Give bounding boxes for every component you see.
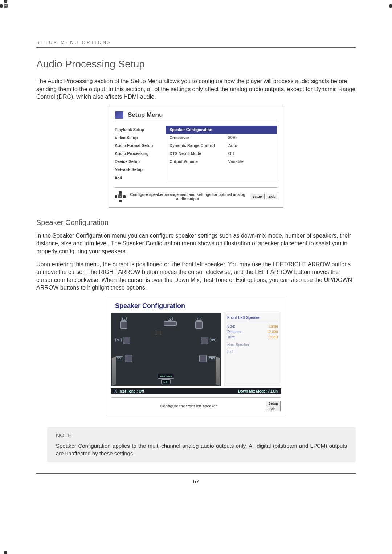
setup-menu-hint: Configure speaker arrangement and settin… [126, 192, 250, 201]
speaker-config-title: Speaker Configuration [107, 297, 285, 313]
menu-item-device-setup[interactable]: Device Setup [115, 157, 166, 165]
intro-paragraph: The Audio Processing section of the Setu… [36, 77, 356, 101]
paragraph-1: In the Speaker Configuration menu you ca… [36, 232, 356, 255]
speaker-sbr-icon[interactable]: SBR [199, 355, 216, 362]
setup-menu-figure: Setup Menu Playback Setup Video Setup Au… [109, 106, 283, 208]
page-number: 67 [36, 478, 356, 484]
speaker-side-panel: Front Left Speaker Size:Large Distance:1… [224, 313, 281, 386]
wall-art-icon [112, 357, 116, 386]
speaker-fl-icon[interactable]: FL [120, 317, 127, 329]
down-mix-mode-status: Down Mix Mode: 7.1Ch [238, 389, 278, 393]
side-row-trim[interactable]: Trim:0.0dB [227, 335, 278, 340]
ok-button-icon: OK [118, 194, 122, 198]
row-key: DTS Neo:6 Mode [170, 151, 228, 156]
row-key: Output Volume [170, 159, 228, 164]
side-row-size[interactable]: Size:Large [227, 324, 278, 329]
test-tone-button[interactable]: Test Tone [158, 374, 174, 379]
exit-button[interactable]: Exit [161, 379, 170, 384]
menu-item-audio-format[interactable]: Audio Format Setup [115, 141, 166, 149]
row-value: 80Hz [228, 135, 273, 140]
on-screen-setup-button[interactable]: Setup [250, 194, 264, 199]
menu-item-playback[interactable]: Playback Setup [115, 126, 166, 134]
speaker-sr-icon[interactable]: SR [201, 337, 216, 344]
speaker-sl-icon[interactable]: SL [115, 337, 130, 344]
on-screen-exit-button[interactable]: Exit [266, 194, 277, 199]
brand-swatch-icon [115, 111, 123, 119]
setup-menu-title: Setup Menu [128, 111, 163, 119]
row-value: Off [228, 151, 273, 156]
row-dts-neo6[interactable]: DTS Neo:6 ModeOff [166, 149, 277, 157]
row-crossover[interactable]: Crossover80Hz [166, 134, 277, 141]
row-value: Auto [228, 143, 273, 148]
speaker-sbl-icon[interactable]: SBL [115, 355, 132, 362]
right-header-speaker-config[interactable]: Speaker Configuration [166, 126, 277, 134]
ok-button-icon: OK [4, 4, 8, 8]
speaker-config-figure: Speaker Configuration FL C FR SL SR SBL … [107, 297, 285, 416]
listener-position-icon: Test Tone Exit [158, 374, 174, 384]
side-row-distance[interactable]: Distance:12.00ft [227, 329, 278, 335]
menu-item-network-setup[interactable]: Network Setup [115, 165, 166, 173]
note-box: NOTE Speaker Configuration applies to th… [47, 427, 356, 462]
speaker-footer-hint: Configure the front left speaker [111, 404, 266, 408]
dpad-icon: OK [115, 191, 126, 202]
speaker-fr-icon[interactable]: FR [195, 317, 203, 329]
test-tone-status-icon: X [114, 389, 117, 393]
page-title: Audio Processing Setup [36, 58, 356, 70]
wall-art-icon [216, 357, 220, 386]
row-value: Variable [228, 159, 273, 164]
speaker-sw-icon[interactable] [155, 331, 161, 335]
note-title: NOTE [56, 432, 347, 438]
footer-rule [36, 473, 356, 474]
section-header: SETUP MENU OPTIONS [36, 40, 356, 48]
side-panel-title: Front Left Speaker [227, 315, 278, 320]
speaker-room-diagram: FL C FR SL SR SBL SBR Test Tone Exit [111, 313, 221, 386]
row-output-volume[interactable]: Output VolumeVariable [166, 157, 277, 165]
menu-item-audio-processing[interactable]: Audio Processing [115, 149, 166, 157]
menu-item-exit[interactable]: Exit [115, 173, 166, 181]
row-drc[interactable]: Dynamic Range ControlAuto [166, 141, 277, 149]
menu-item-video[interactable]: Video Setup [115, 134, 166, 141]
speaker-c-icon[interactable]: C [164, 317, 177, 326]
note-text: Speaker Configuration applies to the mul… [56, 442, 347, 457]
on-screen-exit-button[interactable]: Exit [266, 406, 281, 411]
section-heading-speaker-config: Speaker Configuration [36, 218, 356, 227]
side-nav-next-speaker[interactable]: Next Speaker [227, 343, 278, 347]
setup-menu-left-list: Playback Setup Video Setup Audio Format … [115, 126, 166, 181]
row-key: Dynamic Range Control [170, 143, 228, 148]
paragraph-2: Upon entering this menu, the cursor is p… [36, 260, 356, 292]
test-tone-status: Test Tone : Off [119, 389, 144, 393]
row-key: Crossover [170, 135, 228, 140]
on-screen-setup-button[interactable]: Setup [266, 401, 281, 406]
side-nav-exit[interactable]: Exit [227, 350, 278, 354]
